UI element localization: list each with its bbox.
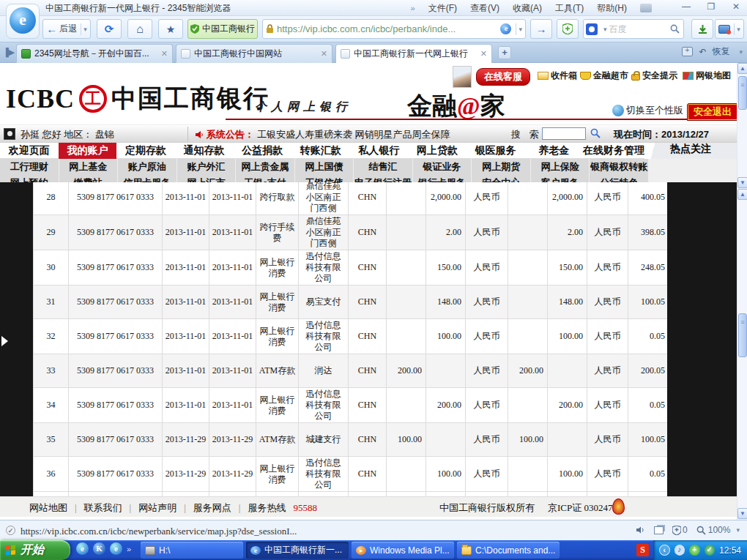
tab-close-icon[interactable]: ✕ [321, 49, 327, 59]
site-search-icon[interactable] [590, 128, 601, 138]
close-button[interactable]: ✕ [728, 1, 744, 12]
taskbar-task-button[interactable]: H:\ [141, 542, 243, 559]
popup-blocker[interactable]: 0 [672, 525, 688, 535]
nav-secondary-item[interactable]: 银商银权转账 [590, 159, 649, 175]
hotline-number[interactable]: 95588 [293, 502, 317, 514]
hide-icons-chevron-icon[interactable]: ‹ [659, 545, 670, 556]
switch-version-link[interactable]: 切换至个性版 [612, 104, 683, 117]
url-text[interactable]: https://vip.icbc.com.cn/icbc/perbank/ind… [277, 23, 497, 34]
tab-close-icon[interactable]: ✕ [161, 49, 168, 59]
favorites-star-button[interactable]: ★ [158, 19, 183, 39]
nav-primary-item[interactable]: 定期存款 [116, 143, 175, 159]
taskbar-task-button[interactable]: C:\Documents and... [457, 542, 560, 559]
scroll-up-icon[interactable]: ▲ [737, 189, 747, 200]
nav-secondary-item[interactable]: 网上基金 [59, 159, 119, 175]
back-button[interactable]: ← 后退 ▾ [42, 19, 91, 39]
nav-primary-item[interactable]: 养老金 [524, 143, 583, 159]
menu-overflow-chevron-icon[interactable]: » [411, 4, 415, 12]
address-dropdown-icon[interactable]: ▾ [516, 23, 522, 35]
quick-launch-browser-icon[interactable]: e [76, 542, 89, 555]
finance-market-link[interactable]: 金融超市 [580, 70, 628, 82]
go-button[interactable]: → [530, 19, 552, 39]
baidu-icon[interactable] [586, 23, 598, 35]
download-button[interactable] [691, 19, 713, 39]
home-button[interactable]: ⌂ [127, 19, 152, 39]
tab-close-icon[interactable]: ✕ [480, 49, 487, 59]
site-identity-badge[interactable]: 中国工商银行 [187, 19, 258, 39]
nav-primary-item[interactable]: 私人银行 [350, 143, 409, 159]
footer-link[interactable]: 网站地图 [29, 501, 67, 515]
browser-tab[interactable]: 中国工商银行新一代网上银行✕ [335, 44, 492, 63]
taskbar-task-button[interactable]: ▸Windows Media Pl... [352, 542, 454, 559]
nav-primary-item[interactable]: 通知存款 [175, 143, 234, 159]
footer-link[interactable]: 联系我们 [84, 501, 122, 515]
frames-icon[interactable] [654, 526, 664, 534]
nav-secondary-item[interactable]: 网上贵金属 [236, 159, 295, 175]
speaker-icon[interactable] [636, 526, 645, 534]
security-tip-link[interactable]: 安全提示 [631, 70, 677, 82]
browser-tab[interactable]: 中国工商银行中国网站✕ [176, 44, 332, 63]
web-search-box[interactable]: ▾ [583, 19, 684, 39]
announcement-text[interactable]: 工银安盛人寿重磅来袭 网销明星产品周全保障 [257, 128, 450, 141]
quick-launch-ie-icon[interactable]: e [110, 542, 122, 555]
back-dropdown-icon[interactable]: ▾ [81, 23, 87, 35]
nav-secondary-item[interactable]: 网上保险 [531, 159, 590, 175]
nav-secondary-item[interactable]: 账户外汇 [177, 159, 237, 175]
footer-link[interactable]: 网站声明 [138, 501, 176, 515]
menu-item[interactable]: 查看(V) [470, 2, 499, 15]
collapse-arrow-icon[interactable] [1, 336, 8, 346]
search-icon[interactable] [670, 24, 680, 34]
header-frame-scrollbar[interactable]: ▲ ▼ [737, 63, 747, 189]
quick-launch-k-icon[interactable]: K [93, 542, 105, 555]
undo-close-icon[interactable]: ↶ [699, 47, 706, 57]
scroll-down-icon[interactable]: ▼ [737, 508, 747, 519]
menu-item[interactable]: 帮助(H) [597, 2, 627, 15]
nav-secondary-item[interactable]: 银证业务 [413, 159, 472, 175]
tab-list-icon[interactable]: ▐▶ [3, 48, 15, 57]
scroll-up-icon[interactable]: ▲ [737, 63, 747, 74]
nav-primary-item[interactable]: 转账汇款 [291, 143, 350, 159]
security-shield-button[interactable] [557, 19, 579, 39]
security-tray-icon[interactable]: ✓ [705, 545, 715, 556]
scrollbar-thumb[interactable] [738, 76, 747, 110]
browser-logo[interactable]: e [6, 4, 40, 39]
scroll-down-icon[interactable]: ▼ [737, 177, 747, 188]
system-announcement[interactable]: 系统公告： 工银安盛人寿重磅来袭 网销明星产品周全保障 [195, 128, 450, 141]
volume-icon[interactable]: ♪ [674, 545, 685, 556]
menu-item[interactable]: 收藏(A) [513, 2, 542, 15]
inbox-link[interactable]: 收件箱 [538, 70, 577, 82]
taskbar-task-button[interactable]: e中国工商银行新一... [246, 542, 349, 559]
nav-primary-item[interactable]: 公益捐款 [233, 143, 291, 159]
menu-item[interactable]: 工具(T) [555, 2, 584, 15]
antivirus-icon[interactable]: + [689, 545, 699, 556]
address-bar[interactable]: https://vip.icbc.com.cn/icbc/perbank/ind… [262, 19, 526, 39]
quick-launch-more-icon[interactable]: » [127, 545, 131, 553]
nav-secondary-item[interactable]: 网上期货 [472, 159, 531, 175]
screenshot-dropdown-icon[interactable]: ▾ [734, 23, 740, 35]
nav-primary-item[interactable]: 银医服务 [467, 143, 525, 159]
nav-primary-item[interactable]: 欢迎页面 [0, 143, 59, 159]
sogou-tray-icon[interactable]: S [636, 544, 649, 556]
nav-hot-topics[interactable]: 热点关注 [644, 143, 737, 159]
zoom-dropdown-icon[interactable]: ▾ [734, 524, 740, 536]
start-button[interactable]: 开始 [0, 540, 70, 560]
menu-item[interactable]: 文件(F) [428, 2, 457, 15]
scrollbar-thumb[interactable] [738, 313, 747, 357]
skin-icon[interactable] [640, 4, 652, 12]
tab-stack-icon[interactable] [682, 47, 693, 56]
ie-compat-icon[interactable]: e [500, 23, 511, 34]
web-search-input[interactable] [609, 24, 668, 34]
online-service-button[interactable]: 在线客服 [476, 68, 530, 86]
refresh-button[interactable]: ⟳ [97, 19, 122, 39]
minimize-button[interactable]: — [678, 1, 694, 12]
restore-dropdown-icon[interactable]: ▾ [737, 46, 743, 58]
nav-secondary-item[interactable]: 网上国债 [295, 159, 354, 175]
nav-primary-item[interactable]: 在线财务管理 [583, 143, 644, 159]
nav-secondary-item[interactable]: 结售汇 [354, 159, 413, 175]
nav-primary-item[interactable]: 我的账户 [59, 143, 117, 159]
bank-map-link[interactable]: 网银地图 [683, 70, 731, 82]
nav-secondary-item[interactable]: 工行理财 [0, 159, 59, 175]
new-tab-button[interactable]: + [498, 46, 511, 59]
zoom-control[interactable]: 100% ▾ [696, 524, 740, 536]
logout-button[interactable]: 安全退出 [687, 103, 738, 121]
